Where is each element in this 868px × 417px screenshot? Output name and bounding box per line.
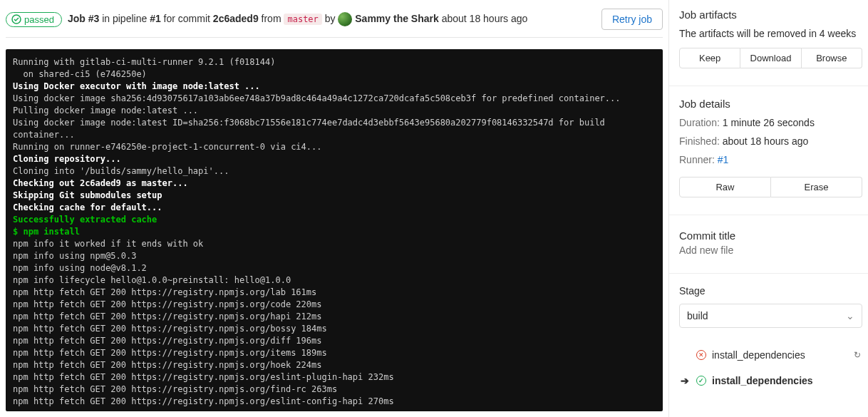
job-name: install_dependencies [712,349,805,361]
log-line: Running with gitlab-ci-multi-runner 9.2.… [13,56,656,68]
avatar[interactable] [338,12,352,26]
stage-job-row[interactable]: ➔✓install_dependencies [679,368,862,393]
details-title: Job details [679,98,862,110]
status-badge: passed [6,12,62,27]
log-line: npm info using npm@5.0.3 [13,250,656,262]
author-name[interactable]: Sammy the Shark [355,13,439,24]
log-line: Using docker image node:latest ID=sha256… [13,117,656,141]
log-line: npm info it worked if it ends with ok [13,238,656,250]
artifacts-title: Job artifacts [679,9,862,21]
commit-message: Add new file [679,244,862,256]
failed-icon: ✕ [696,350,706,360]
commit-sha[interactable]: 2c6aded9 [213,13,259,24]
job-name: install_dependencies [712,375,813,386]
log-line: npm http fetch GET 200 https://registry.… [13,359,656,371]
log-line: Cloning repository... [13,153,656,165]
job-meta: Job #3 in pipeline #1 for commit 2c6aded… [68,12,527,26]
arrow-right-icon: ➔ [681,375,691,386]
log-line: npm info using node@v8.1.2 [13,262,656,274]
log-line: Skipping Git submodules setup [13,190,656,202]
jobs-list: ✕install_dependencies↻➔✓install_dependen… [679,342,862,393]
check-circle-icon [11,14,21,24]
passed-icon: ✓ [696,376,706,386]
time-ago: about 18 hours ago [442,13,528,24]
keep-button[interactable]: Keep [679,48,740,68]
log-line: npm http fetch GET 200 https://registry.… [13,396,656,408]
log-line: Successfully extracted cache [13,214,656,226]
stage-label: Stage [679,285,862,297]
sidebar: Job artifacts The artifacts will be remo… [668,0,868,417]
log-line: Checking out 2c6aded9 as master... [13,177,656,190]
finished-row: Finished: about 18 hours ago [679,135,862,147]
job-log[interactable]: Running with gitlab-ci-multi-runner 9.2.… [6,49,663,411]
log-line: Using docker image sha256:4d93075617a103… [13,93,656,105]
log-line: npm info lifecycle hello@1.0.0~preinstal… [13,274,656,287]
log-line: npm http fetch GET 200 https://registry.… [13,347,656,359]
log-line: Checking cache for default... [13,202,656,214]
stage-select[interactable]: build ⌄ [679,304,862,328]
commit-title-label: Commit title [679,230,862,242]
log-line: Cloning into '/builds/sammy/hello_hapi'.… [13,165,656,177]
status-text: passed [24,14,54,25]
runner-row: Runner: #1 [679,154,862,165]
artifacts-buttons: Keep Download Browse [679,48,862,68]
browse-button[interactable]: Browse [802,48,862,68]
duration-row: Duration: 1 minute 26 seconds [679,117,862,128]
stage-selected: build [687,310,708,321]
log-buttons: Raw Erase [679,177,862,197]
download-button[interactable]: Download [740,48,801,68]
log-line: Running on runner-e746250e-project-1-con… [13,141,656,153]
retry-job-button[interactable]: Retry job [601,9,663,30]
log-line: npm http fetch GET 200 https://registry.… [13,323,656,335]
job-header: passed Job #3 in pipeline #1 for commit … [6,6,663,38]
log-line: $ npm install [13,226,656,238]
branch-label[interactable]: master [284,14,321,25]
raw-button[interactable]: Raw [679,177,771,197]
runner-link[interactable]: #1 [718,154,729,165]
log-line: Using Docker executor with image node:la… [13,81,656,93]
chevron-down-icon: ⌄ [846,310,854,321]
log-line: npm http fetch GET 200 https://registry.… [13,383,656,396]
log-line: npm http fetch GET 200 https://registry.… [13,371,656,383]
log-line: on shared-ci5 (e746250e) [13,68,656,81]
artifacts-expiry: The artifacts will be removed in 4 weeks [679,28,862,39]
log-line: npm http fetch GET 200 https://registry.… [13,335,656,347]
log-line: npm http fetch GET 200 https://registry.… [13,287,656,299]
log-line: Pulling docker image node:latest ... [13,105,656,117]
log-line: npm http fetch GET 200 https://registry.… [13,311,656,323]
retry-icon[interactable]: ↻ [854,350,861,360]
log-line: npm http fetch GET 200 https://registry.… [13,299,656,311]
stage-job-row[interactable]: ✕install_dependencies↻ [679,342,862,368]
erase-button[interactable]: Erase [771,177,862,197]
